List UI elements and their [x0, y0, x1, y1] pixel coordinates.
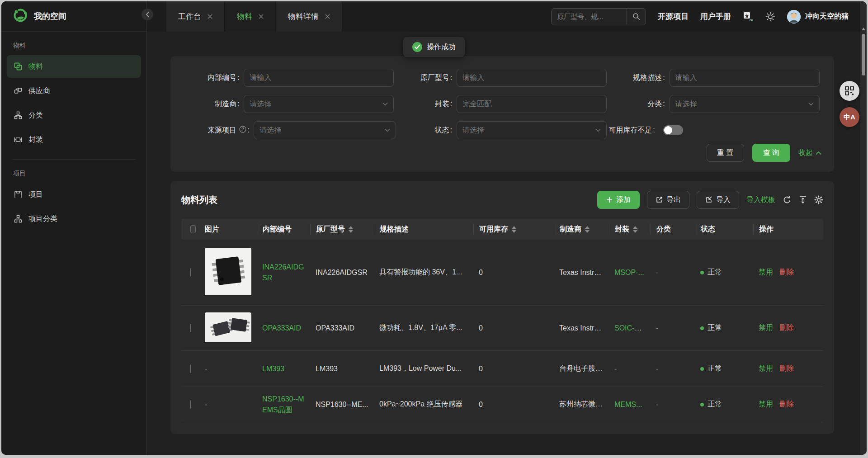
delete-action[interactable]: 删除: [779, 323, 794, 333]
package-input[interactable]: [462, 100, 601, 108]
delete-action[interactable]: 删除: [779, 268, 794, 277]
disable-action[interactable]: 禁用: [759, 400, 773, 409]
chevron-up-icon: [816, 151, 821, 155]
export-icon: [656, 196, 663, 203]
row-checkbox[interactable]: [190, 268, 191, 277]
language-widget-button[interactable]: 中A: [840, 107, 859, 127]
spec-input[interactable]: [675, 74, 814, 82]
sort-control[interactable]: [349, 226, 353, 233]
sidebar-item-categories[interactable]: 分类: [7, 104, 141, 127]
sort-control[interactable]: [512, 226, 516, 233]
row-checkbox[interactable]: [190, 364, 191, 373]
table-row[interactable]: - NSP1630--MEMS晶圆 NSP1630--ME... 0kPa~20…: [181, 387, 823, 422]
mpn-input[interactable]: [462, 74, 601, 82]
top-bar: 工作台 物料 物料详情 开源项: [147, 1, 867, 32]
row-checkbox[interactable]: [190, 324, 191, 332]
qr-code-icon: [844, 86, 854, 96]
tab-close-icon[interactable]: [259, 14, 264, 19]
sidebar-item-label: 封装: [28, 135, 43, 145]
sidebar-collapse-button[interactable]: [142, 9, 153, 20]
language-switch-button[interactable]: cn: [743, 11, 754, 22]
search-icon[interactable]: [627, 9, 646, 25]
language-icon: cn: [743, 11, 754, 22]
tab-close-icon[interactable]: [325, 14, 330, 19]
internal-code-link[interactable]: OPA333AID: [262, 324, 301, 332]
status-badge: 正常: [700, 364, 748, 373]
part-image[interactable]: [205, 312, 251, 344]
project-category-icon: [14, 215, 22, 223]
app-window: 我的空间 物料 物料 供应商 分类 封装 项目 项目 项目分类: [1, 1, 867, 455]
vertical-scrollbar[interactable]: [860, 1, 867, 455]
import-button[interactable]: 导入: [697, 191, 739, 209]
user-manual-link[interactable]: 用户手册: [700, 11, 731, 22]
success-check-icon: [412, 42, 422, 52]
success-toast: 操作成功: [403, 37, 465, 57]
refresh-button[interactable]: [783, 195, 792, 204]
tab-close-icon[interactable]: [208, 14, 212, 19]
sidebar-item-projects[interactable]: 项目: [7, 183, 141, 206]
internal-code-link[interactable]: INA226AIDGSR: [262, 263, 304, 282]
category-select[interactable]: 请选择: [670, 95, 820, 113]
scrollbar-thumb[interactable]: [862, 34, 865, 76]
export-button[interactable]: 导出: [647, 191, 689, 209]
table-row[interactable]: INA226AIDGSR INA226AIDGSR 具有警报功能的 36V、1.…: [181, 240, 823, 306]
theme-toggle-button[interactable]: [765, 12, 775, 22]
add-button[interactable]: 添加: [597, 191, 640, 209]
workspace-header[interactable]: 我的空间: [1, 1, 146, 32]
tab-materials[interactable]: 物料: [225, 1, 276, 32]
internal-code-link[interactable]: LM393: [262, 365, 284, 373]
sort-control[interactable]: [585, 226, 590, 233]
package-link[interactable]: SOIC-8_...: [614, 324, 649, 332]
search-button[interactable]: 查 询: [752, 144, 790, 162]
disable-action[interactable]: 禁用: [759, 323, 773, 333]
mpn-cell: LM393: [310, 360, 374, 378]
category-cell: -: [651, 264, 695, 281]
category-icon: [14, 111, 22, 119]
sidebar-item-suppliers[interactable]: 供应商: [7, 80, 141, 102]
table-row[interactable]: - LM393 LM393 LM393，Low Power Du... 0 台舟…: [181, 351, 823, 387]
package-link[interactable]: MEMS...: [614, 401, 642, 408]
sidebar-item-project-categories[interactable]: 项目分类: [7, 208, 141, 230]
reset-button[interactable]: 重 置: [707, 144, 744, 162]
table-row[interactable]: OPA333AID OPA333AID 微功耗、1.8V、17μA 零... 0…: [181, 306, 823, 351]
sidebar-item-materials[interactable]: 物料: [7, 55, 141, 78]
spec-cell: 微功耗、1.8V、17μA 零...: [374, 319, 473, 337]
filter-panel: 内部编号: 原厂型号: 规格描述: 制造商:: [170, 56, 834, 172]
tab-workbench[interactable]: 工作台: [166, 1, 225, 32]
part-image-placeholder: -: [199, 396, 257, 413]
sort-control[interactable]: [633, 226, 637, 233]
tab-bar: 工作台 物料 物料详情: [166, 1, 342, 32]
tab-material-detail[interactable]: 物料详情: [276, 1, 342, 32]
supplier-icon: [14, 87, 22, 95]
column-settings-button[interactable]: [814, 195, 823, 204]
internal-code-input[interactable]: [250, 74, 388, 82]
select-all-checkbox[interactable]: [190, 225, 196, 233]
user-menu[interactable]: 冲向天空的猪: [787, 10, 849, 24]
status-dot: [700, 326, 704, 330]
import-template-link[interactable]: 导入模板: [746, 195, 775, 205]
delete-action[interactable]: 删除: [779, 364, 794, 373]
mpn-cell: NSP1630--ME...: [310, 396, 374, 413]
row-checkbox[interactable]: [190, 400, 191, 409]
part-image[interactable]: [205, 248, 251, 297]
open-source-link[interactable]: 开源项目: [658, 11, 689, 22]
row-height-button[interactable]: [799, 196, 807, 204]
disable-action[interactable]: 禁用: [759, 268, 773, 277]
qr-code-widget-button[interactable]: [840, 81, 859, 101]
internal-code-link[interactable]: NSP1630--MEMS晶圆: [262, 395, 304, 414]
sidebar-item-packages[interactable]: 封装: [7, 128, 141, 151]
source-project-select[interactable]: 请选择: [254, 121, 396, 139]
status-dot: [700, 367, 704, 371]
manufacturer-select[interactable]: 请选择: [244, 95, 394, 113]
question-circle-icon[interactable]: [239, 126, 246, 135]
global-search-input[interactable]: [552, 13, 627, 20]
package-link[interactable]: MSOP-...: [614, 269, 644, 276]
avatar: [787, 10, 801, 24]
chevron-down-icon: [385, 128, 390, 132]
low-stock-toggle[interactable]: [663, 125, 683, 135]
status-select[interactable]: 请选择: [457, 121, 607, 139]
disable-action[interactable]: 禁用: [759, 364, 773, 373]
delete-action[interactable]: 删除: [779, 400, 794, 409]
collapse-filters-link[interactable]: 收起: [798, 148, 821, 158]
scroll-up-arrow[interactable]: [862, 26, 865, 30]
